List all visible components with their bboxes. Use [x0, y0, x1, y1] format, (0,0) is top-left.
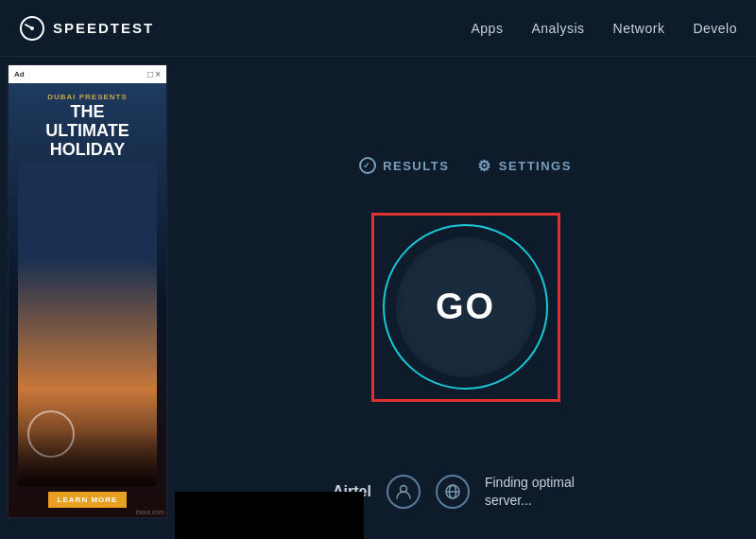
ad-title-line3: HOLIDAY: [45, 141, 129, 160]
ad-top-label: Ad: [14, 70, 25, 78]
ad-top-bar: Ad □ ×: [9, 65, 166, 83]
nav-network[interactable]: Network: [613, 21, 665, 36]
ad-content: DUBAI PRESENTS THE ULTIMATE HOLIDAY LEAR…: [9, 83, 166, 517]
main-nav: Apps Analysis Network Develo: [471, 21, 737, 36]
header: SPEEDTEST Apps Analysis Network Develo: [0, 0, 756, 57]
ad-title-line2: ULTIMATE: [45, 122, 129, 141]
ad-close-icons: □ ×: [147, 69, 161, 79]
ad-panel: Ad □ × DUBAI PRESENTS THE ULTIMATE HOLID…: [0, 57, 175, 539]
ad-close-icon[interactable]: ×: [155, 69, 161, 79]
go-label: GO: [436, 287, 495, 327]
results-label: RESULTS: [383, 159, 449, 173]
nav-apps[interactable]: Apps: [471, 21, 503, 36]
speedtest-logo-icon: [19, 15, 45, 42]
ad-learn-more-button[interactable]: LEARN MORE: [48, 492, 128, 508]
user-icon[interactable]: [387, 475, 421, 509]
ad-watermark: inout.com: [136, 509, 164, 515]
top-links: ✓ RESULTS ⚙ SETTINGS: [359, 157, 572, 175]
settings-gear-icon: ⚙: [477, 157, 492, 175]
finding-server-text: Finding optimal server...: [485, 474, 598, 511]
ad-header-text: DUBAI PRESENTS: [47, 93, 128, 101]
globe-icon[interactable]: [436, 475, 470, 509]
center-panel: ✓ RESULTS ⚙ SETTINGS GO Airtel: [175, 57, 756, 539]
ad-title-line1: THE: [45, 103, 129, 122]
nav-develo[interactable]: Develo: [693, 21, 737, 36]
nav-analysis[interactable]: Analysis: [531, 21, 584, 36]
ad-title: THE ULTIMATE HOLIDAY: [45, 103, 129, 159]
results-link[interactable]: ✓ RESULTS: [359, 157, 449, 175]
bottom-bar: Airtel Finding optimal server...: [333, 474, 598, 511]
ad-people-silhouette: [18, 429, 157, 486]
logo-text: SPEEDTEST: [53, 20, 154, 36]
ad-image: [18, 163, 157, 486]
go-button-wrapper: GO: [371, 213, 560, 402]
settings-link[interactable]: ⚙ SETTINGS: [477, 157, 572, 175]
main-content: Ad □ × DUBAI PRESENTS THE ULTIMATE HOLID…: [0, 57, 756, 539]
black-box: [175, 492, 364, 539]
svg-point-1: [30, 26, 34, 30]
settings-label: SETTINGS: [499, 159, 572, 173]
ad-minimize-icon[interactable]: □: [147, 69, 153, 79]
go-button[interactable]: GO: [396, 237, 536, 377]
results-check-icon: ✓: [359, 157, 376, 174]
ad-box: Ad □ × DUBAI PRESENTS THE ULTIMATE HOLID…: [8, 64, 167, 518]
logo-area: SPEEDTEST: [19, 15, 154, 42]
go-circle-outer: GO: [383, 224, 548, 390]
